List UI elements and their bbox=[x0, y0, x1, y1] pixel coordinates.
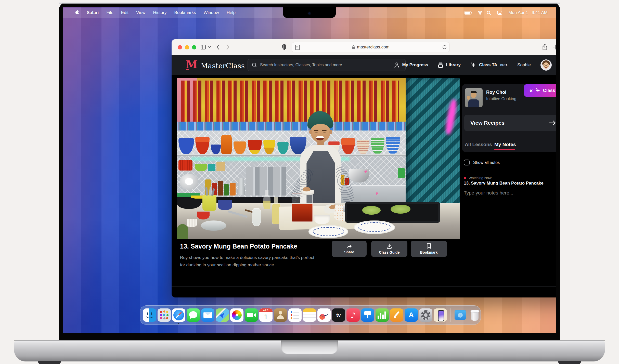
video-roy-brow bbox=[314, 130, 318, 131]
apple-menu-icon[interactable] bbox=[71, 10, 83, 16]
class-guide-button[interactable]: Class Guide bbox=[371, 241, 407, 257]
menubar-item-window[interactable]: Window bbox=[200, 10, 223, 15]
show-all-notes-checkbox[interactable] bbox=[464, 160, 470, 165]
video-plate-pattern bbox=[313, 227, 344, 236]
masterclass-logo[interactable]: M MasterClass bbox=[186, 60, 245, 70]
bookmark-button[interactable]: Bookmark bbox=[411, 241, 447, 257]
chevron-down-icon[interactable] bbox=[208, 46, 211, 48]
class-ta-toggle-button[interactable]: Class TA bbox=[524, 84, 556, 97]
display-notch bbox=[283, 7, 336, 18]
video-oil-neck bbox=[274, 197, 278, 204]
dock-icon-downloads[interactable] bbox=[454, 308, 467, 322]
dock-icon-calendar[interactable]: APR 1 bbox=[259, 308, 273, 322]
dock-icon-contacts[interactable] bbox=[274, 308, 287, 322]
dock-icon-trash[interactable] bbox=[468, 308, 481, 322]
user-name[interactable]: Sophie bbox=[517, 62, 531, 68]
dock-icon-pages[interactable] bbox=[390, 308, 403, 322]
close-button[interactable] bbox=[178, 45, 182, 49]
video-herb-bowl bbox=[177, 224, 188, 239]
dock-icon-maps[interactable] bbox=[216, 308, 229, 322]
dock-icon-music[interactable] bbox=[346, 308, 360, 322]
dock-icon-photos[interactable] bbox=[230, 308, 243, 322]
dock-icon-tv[interactable] bbox=[332, 308, 345, 322]
dock-icon-reminders[interactable] bbox=[288, 308, 302, 322]
new-tab-icon[interactable] bbox=[553, 44, 556, 50]
video-green-bowl bbox=[195, 164, 207, 171]
tab-my-notes[interactable]: My Notes bbox=[494, 142, 516, 147]
video-roy-ear bbox=[309, 130, 312, 135]
page-settings-icon[interactable] bbox=[295, 45, 300, 51]
control-center-icon[interactable] bbox=[497, 11, 502, 15]
instructor-thumbnail[interactable] bbox=[465, 88, 483, 107]
search-input[interactable] bbox=[260, 63, 401, 67]
dock-icon-notes[interactable] bbox=[303, 308, 316, 322]
menubar-item-view[interactable]: View bbox=[132, 10, 149, 15]
avatar[interactable] bbox=[540, 59, 552, 71]
dock-icon-mail[interactable] bbox=[201, 308, 214, 322]
notes-input[interactable] bbox=[464, 190, 556, 221]
laptop-screen: Safari File Edit View History Bookmarks … bbox=[63, 7, 556, 333]
dock-icon-app-store[interactable] bbox=[405, 308, 418, 322]
share-button[interactable]: Share bbox=[332, 241, 367, 257]
share-icon[interactable] bbox=[542, 44, 547, 50]
lesson-description: Roy shows you how to make a delicious sa… bbox=[180, 254, 315, 269]
dock-icon-finder[interactable] bbox=[143, 308, 156, 322]
video-teal-cup bbox=[208, 164, 215, 171]
address-bar[interactable]: masterclass.com bbox=[292, 42, 450, 52]
dock-icon-keynote[interactable] bbox=[361, 308, 374, 322]
person-icon bbox=[394, 62, 399, 68]
collapse-icon bbox=[529, 87, 533, 94]
menubar-item-history[interactable]: History bbox=[149, 10, 171, 15]
dock-icon-numbers[interactable] bbox=[376, 308, 389, 322]
minimize-button[interactable] bbox=[185, 45, 189, 49]
back-icon[interactable] bbox=[216, 44, 220, 50]
search-bar[interactable] bbox=[248, 59, 406, 71]
search-icon bbox=[252, 62, 257, 68]
dock-icon-iphone-mirroring[interactable] bbox=[434, 308, 447, 322]
video-plate-pattern bbox=[358, 222, 391, 232]
zoom-button[interactable] bbox=[192, 45, 196, 49]
laptop-foot bbox=[558, 361, 581, 364]
menubar-date[interactable]: Mon Apr 1 bbox=[508, 10, 528, 15]
video-red-prep-bowl bbox=[197, 212, 210, 220]
video-pancake bbox=[362, 206, 381, 215]
active-tab-underline bbox=[494, 149, 515, 150]
reload-icon[interactable] bbox=[442, 45, 447, 51]
video-cruet bbox=[263, 195, 271, 209]
dock-icon-facetime[interactable] bbox=[245, 308, 258, 322]
forward-icon[interactable] bbox=[226, 44, 230, 50]
video-roy-brow bbox=[322, 130, 327, 131]
video-player[interactable] bbox=[177, 78, 460, 239]
wifi-icon[interactable] bbox=[477, 11, 481, 15]
dock-icon-messages[interactable] bbox=[187, 308, 200, 322]
show-all-notes-label: Show all notes bbox=[473, 160, 500, 165]
menubar-item-file[interactable]: File bbox=[102, 10, 117, 15]
tab-all-lessons[interactable]: All Lessons bbox=[465, 142, 492, 147]
nav-my-progress[interactable]: My Progress bbox=[394, 62, 428, 68]
beta-badge: BETA bbox=[500, 64, 508, 67]
nav-library[interactable]: Library bbox=[438, 62, 461, 68]
privacy-shield-icon[interactable] bbox=[282, 44, 287, 50]
menubar-time[interactable]: 9:41 AM bbox=[532, 10, 548, 15]
spotlight-icon[interactable] bbox=[487, 11, 491, 15]
sidebar-icon[interactable] bbox=[200, 44, 206, 50]
video-bottle bbox=[218, 181, 223, 196]
dock-icon-freeform[interactable] bbox=[317, 308, 331, 322]
dock-icon-launchpad[interactable] bbox=[158, 308, 171, 322]
download-icon bbox=[386, 243, 392, 249]
dock: APR 1 bbox=[140, 305, 481, 325]
menubar-item-edit[interactable]: Edit bbox=[117, 10, 132, 15]
battery-icon[interactable] bbox=[464, 11, 471, 15]
menubar-app-name[interactable]: Safari bbox=[83, 10, 102, 15]
lock-icon bbox=[352, 45, 355, 49]
dock-icon-safari[interactable] bbox=[172, 308, 185, 322]
menubar-item-bookmarks[interactable]: Bookmarks bbox=[170, 10, 200, 15]
dock-icon-system-settings[interactable] bbox=[419, 308, 432, 322]
menubar-item-help[interactable]: Help bbox=[223, 10, 239, 15]
view-recipes-button[interactable]: View Recipes bbox=[464, 115, 556, 131]
lesson-title: 13. Savory Mung Bean Potato Pancake bbox=[180, 243, 297, 250]
nav-class-ta[interactable]: Class TABETA bbox=[470, 62, 508, 68]
screenshot-stage: Safari File Edit View History Bookmarks … bbox=[0, 0, 619, 364]
library-icon bbox=[438, 62, 443, 68]
masterclass-logo-word: MasterClass bbox=[201, 62, 245, 70]
